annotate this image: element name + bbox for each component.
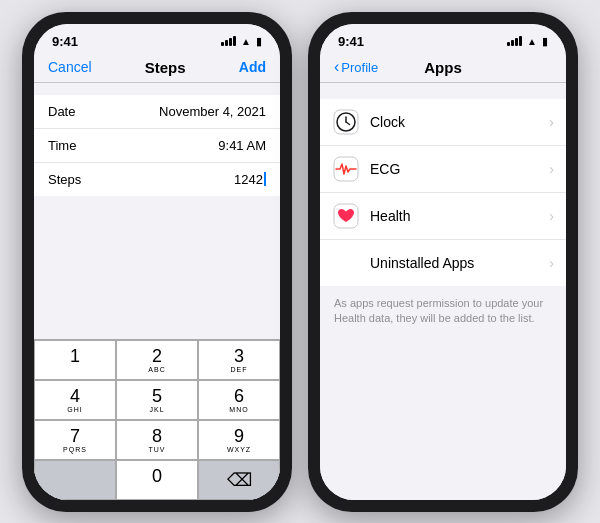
- key-6[interactable]: 6 MNO: [198, 380, 280, 420]
- key-delete[interactable]: ⌫: [198, 460, 280, 500]
- wifi-icon: ▲: [241, 36, 251, 47]
- clock-app-name: Clock: [370, 114, 405, 130]
- battery-icon: ▮: [256, 35, 262, 48]
- key-2[interactable]: 2 ABC: [116, 340, 198, 380]
- cancel-button[interactable]: Cancel: [48, 59, 92, 75]
- time-row: Time 9:41 AM: [34, 129, 280, 163]
- ecg-app-name: ECG: [370, 161, 400, 177]
- steps-navbar: Cancel Steps Add: [34, 53, 280, 83]
- key-4[interactable]: 4 GHI: [34, 380, 116, 420]
- health-app-name: Health: [370, 208, 410, 224]
- status-icons-right: ▲ ▮: [507, 35, 548, 48]
- steps-row[interactable]: Steps 1242: [34, 163, 280, 196]
- chevron-right-ecg: ›: [549, 161, 554, 177]
- signal-icon: [221, 36, 236, 46]
- left-phone: 9:41 ▲ ▮ Cancel Steps Add Date Nove: [22, 12, 292, 512]
- date-row: Date November 4, 2021: [34, 95, 280, 129]
- back-label: Profile: [341, 60, 378, 75]
- uninstalled-icon: [332, 249, 360, 277]
- app-row-health[interactable]: Health ›: [320, 193, 566, 240]
- spacer: [34, 196, 280, 339]
- steps-title: Steps: [145, 59, 186, 76]
- left-screen: 9:41 ▲ ▮ Cancel Steps Add Date Nove: [34, 24, 280, 500]
- key-9[interactable]: 9 WXYZ: [198, 420, 280, 460]
- app-row-uninstalled-left: Uninstalled Apps: [332, 249, 474, 277]
- battery-icon-right: ▮: [542, 35, 548, 48]
- key-5[interactable]: 5 JKL: [116, 380, 198, 420]
- app-row-ecg-left: ECG: [332, 155, 400, 183]
- back-button[interactable]: ‹ Profile: [334, 59, 378, 76]
- chevron-right-health: ›: [549, 208, 554, 224]
- apps-title: Apps: [424, 59, 462, 76]
- date-label: Date: [48, 104, 75, 119]
- key-7[interactable]: 7 PQRS: [34, 420, 116, 460]
- apps-footer: As apps request permission to update you…: [320, 286, 566, 337]
- apps-navbar: ‹ Profile Apps: [320, 53, 566, 83]
- app-row-ecg[interactable]: ECG ›: [320, 146, 566, 193]
- app-row-health-left: Health: [332, 202, 410, 230]
- key-blank: [34, 460, 116, 500]
- date-value: November 4, 2021: [159, 104, 266, 119]
- time-label: Time: [48, 138, 76, 153]
- steps-label: Steps: [48, 172, 81, 187]
- app-row-clock[interactable]: Clock ›: [320, 99, 566, 146]
- right-phone: 9:41 ▲ ▮ ‹ Profile Apps: [308, 12, 578, 512]
- apps-list: Clock › ECG ›: [320, 99, 566, 286]
- uninstalled-app-name: Uninstalled Apps: [370, 255, 474, 271]
- right-spacer: [320, 336, 566, 499]
- time-value: 9:41 AM: [218, 138, 266, 153]
- numpad-row-3: 7 PQRS 8 TUV 9 WXYZ: [34, 420, 280, 460]
- apps-footer-text: As apps request permission to update you…: [334, 297, 543, 324]
- signal-icon-right: [507, 36, 522, 46]
- steps-value: 1242: [234, 172, 263, 187]
- health-icon: [332, 202, 360, 230]
- app-row-uninstalled[interactable]: Uninstalled Apps ›: [320, 240, 566, 286]
- app-row-clock-left: Clock: [332, 108, 405, 136]
- chevron-right-clock: ›: [549, 114, 554, 130]
- steps-input[interactable]: 1242: [234, 172, 266, 187]
- key-3[interactable]: 3 DEF: [198, 340, 280, 380]
- right-screen: 9:41 ▲ ▮ ‹ Profile Apps: [320, 24, 566, 500]
- status-icons-left: ▲ ▮: [221, 35, 262, 48]
- key-0[interactable]: 0: [116, 460, 198, 500]
- numpad: 1 2 ABC 3 DEF 4 GHI 5: [34, 339, 280, 500]
- wifi-icon-right: ▲: [527, 36, 537, 47]
- add-button[interactable]: Add: [239, 59, 266, 75]
- status-bar-right: 9:41 ▲ ▮: [320, 24, 566, 53]
- numpad-row-1: 1 2 ABC 3 DEF: [34, 340, 280, 380]
- clock-icon: [332, 108, 360, 136]
- cursor: [264, 172, 266, 186]
- form-section: Date November 4, 2021 Time 9:41 AM Steps…: [34, 95, 280, 196]
- key-1[interactable]: 1: [34, 340, 116, 380]
- chevron-right-uninstalled: ›: [549, 255, 554, 271]
- status-time-right: 9:41: [338, 34, 364, 49]
- numpad-row-4: 0 ⌫: [34, 460, 280, 500]
- numpad-row-2: 4 GHI 5 JKL 6 MNO: [34, 380, 280, 420]
- key-8[interactable]: 8 TUV: [116, 420, 198, 460]
- ecg-icon: [332, 155, 360, 183]
- status-bar-left: 9:41 ▲ ▮: [34, 24, 280, 53]
- status-time-left: 9:41: [52, 34, 78, 49]
- back-chevron-icon: ‹: [334, 58, 339, 76]
